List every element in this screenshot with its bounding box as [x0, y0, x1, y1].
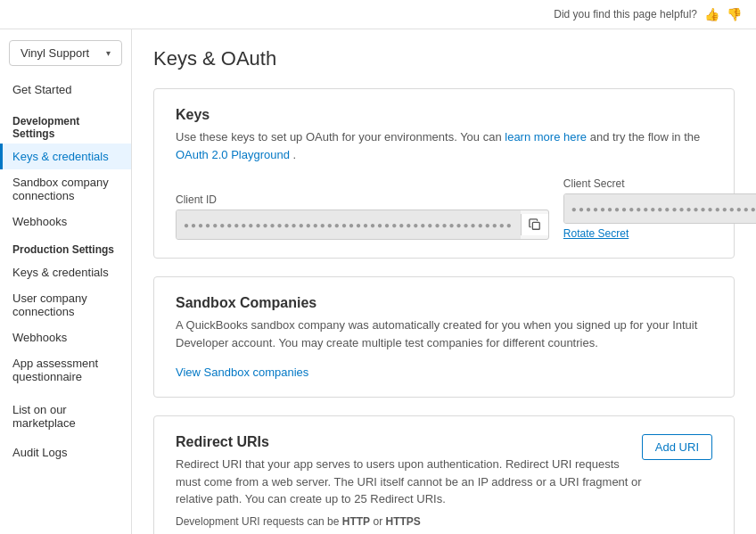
- add-uri-button[interactable]: Add URI: [642, 434, 712, 460]
- top-bar: Did you find this page helpful? 👍 👎: [0, 0, 756, 29]
- keys-card: Keys Use these keys to set up OAuth for …: [153, 88, 735, 259]
- feedback-icons: 👍 👎: [704, 7, 742, 21]
- svg-rect-0: [532, 222, 539, 229]
- helpful-text: Did you find this page helpful?: [554, 8, 697, 21]
- content-area: Keys & OAuth Keys Use these keys to set …: [132, 29, 756, 534]
- redirect-card: Redirect URIs Redirect URI that your app…: [153, 415, 735, 534]
- client-secret-blurred: ●●●●●●●●●●●●●●●●●●●●●●●●●●●●●●●●●●●●●●●●…: [564, 194, 756, 223]
- sidebar-item-prod-user[interactable]: User company connections: [0, 285, 131, 325]
- app-dropdown-label: Vinyl Support: [21, 46, 89, 60]
- client-id-copy-button[interactable]: [521, 214, 548, 235]
- uri-note: Development URI requests can be HTTP or …: [176, 515, 712, 528]
- sidebar-item-dev-webhooks[interactable]: Webhooks: [0, 209, 131, 234]
- sidebar-item-prod-keys[interactable]: Keys & credentials: [0, 259, 131, 285]
- sidebar-item-dev-sandbox[interactable]: Sandbox company connections: [0, 169, 131, 209]
- sidebar-item-prod-app[interactable]: App assessment questionnaire: [0, 350, 131, 390]
- page-title: Keys & OAuth: [153, 47, 735, 70]
- keys-section-title: Keys: [176, 107, 712, 123]
- keys-row: Client ID ●●●●●●●●●●●●●●●●●●●●●●●●●●●●●●…: [176, 177, 712, 240]
- client-id-blurred: ●●●●●●●●●●●●●●●●●●●●●●●●●●●●●●●●●●●●●●●●…: [177, 210, 521, 239]
- sandbox-card: Sandbox Companies A QuickBooks sandbox c…: [153, 276, 735, 398]
- sidebar: Vinyl Support ▾ Get Started Development …: [0, 29, 132, 534]
- dev-settings-header: Development Settings: [0, 106, 131, 144]
- chevron-down-icon: ▾: [106, 48, 111, 58]
- oauth-playground-link[interactable]: OAuth 2.0 Playground: [176, 148, 290, 161]
- sidebar-item-get-started[interactable]: Get Started: [0, 77, 131, 103]
- sidebar-item-marketplace[interactable]: List on our marketplace: [0, 397, 131, 436]
- thumbdown-icon[interactable]: 👎: [727, 7, 742, 21]
- client-secret-label: Client Secret: [563, 177, 756, 190]
- thumbup-icon[interactable]: 👍: [704, 7, 719, 21]
- sandbox-card-body: Sandbox Companies A QuickBooks sandbox c…: [154, 277, 734, 397]
- view-sandbox-link[interactable]: View Sandbox companies: [176, 366, 308, 379]
- sandbox-desc: A QuickBooks sandbox company was automat…: [176, 316, 712, 351]
- redirect-desc: Redirect URI that your app serves to use…: [176, 456, 642, 508]
- redirect-header: Redirect URIs Redirect URI that your app…: [176, 434, 712, 508]
- sidebar-item-prod-webhooks[interactable]: Webhooks: [0, 325, 131, 350]
- rotate-secret-link[interactable]: Rotate Secret: [563, 227, 629, 240]
- keys-desc: Use these keys to set up OAuth for your …: [176, 128, 712, 163]
- main-layout: Vinyl Support ▾ Get Started Development …: [0, 29, 756, 534]
- app-dropdown[interactable]: Vinyl Support ▾: [9, 40, 122, 66]
- prod-settings-header: Production Settings: [0, 234, 131, 259]
- sidebar-item-audit-logs[interactable]: Audit Logs: [0, 440, 131, 465]
- sandbox-section-title: Sandbox Companies: [176, 295, 712, 311]
- keys-card-body: Keys Use these keys to set up OAuth for …: [154, 89, 734, 258]
- content-inner: Keys & OAuth Keys Use these keys to set …: [132, 29, 756, 534]
- redirect-section-title: Redirect URIs: [176, 434, 642, 450]
- redirect-title-block: Redirect URIs Redirect URI that your app…: [176, 434, 642, 508]
- client-secret-dots: ●●●●●●●●●●●●●●●●●●●●●●●●●●●●●●●●●●●●●●●●…: [571, 204, 756, 214]
- client-secret-input-wrap: ●●●●●●●●●●●●●●●●●●●●●●●●●●●●●●●●●●●●●●●●…: [563, 193, 756, 224]
- client-id-dots: ●●●●●●●●●●●●●●●●●●●●●●●●●●●●●●●●●●●●●●●●…: [184, 220, 514, 230]
- redirect-card-body: Redirect URIs Redirect URI that your app…: [154, 416, 734, 534]
- client-id-field: Client ID ●●●●●●●●●●●●●●●●●●●●●●●●●●●●●●…: [176, 193, 549, 240]
- learn-more-link[interactable]: learn more here: [505, 130, 587, 144]
- client-id-label: Client ID: [176, 193, 549, 206]
- client-id-input-wrap: ●●●●●●●●●●●●●●●●●●●●●●●●●●●●●●●●●●●●●●●●…: [176, 209, 549, 240]
- sidebar-item-dev-keys[interactable]: Keys & credentials: [0, 144, 131, 169]
- client-secret-field: Client Secret ●●●●●●●●●●●●●●●●●●●●●●●●●●…: [563, 177, 756, 240]
